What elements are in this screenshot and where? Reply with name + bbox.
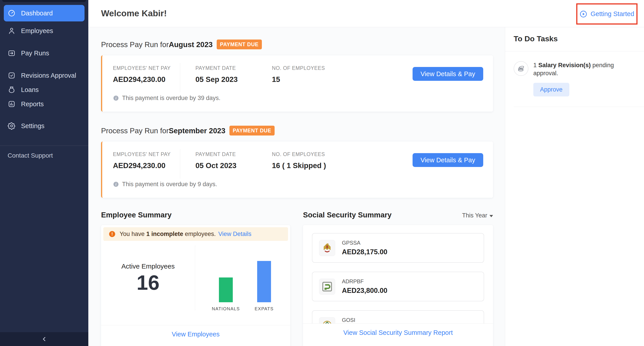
info-icon: i xyxy=(113,181,119,187)
caret-down-icon xyxy=(490,215,493,217)
getting-started-button[interactable]: Getting Started xyxy=(580,10,634,18)
sidebar-item-label: Loans xyxy=(21,86,39,94)
employee-count-value: 15 xyxy=(272,75,348,84)
play-circle-icon xyxy=(580,10,587,18)
employee-summary-panel: ! You have 1 incomplete employees. View … xyxy=(101,225,290,346)
employee-summary-section: Employee Summary ! You have 1 incomplete… xyxy=(101,211,290,346)
task-count: 1 xyxy=(533,62,538,69)
nationals-bar xyxy=(219,277,233,302)
overdue-note-text: This payment is overdue by 39 days. xyxy=(122,95,220,102)
employee-count-label: NO. OF EMPLOYEES xyxy=(272,151,348,157)
revisions-approval-icon xyxy=(8,71,16,79)
view-details-pay-button[interactable]: View Details & Pay xyxy=(412,67,483,81)
gpssa-uae-emblem-icon xyxy=(319,240,335,256)
payrun-september-title: Process Pay Run for September 2023 PAYME… xyxy=(101,126,493,136)
view-employees-link[interactable]: View Employees xyxy=(172,331,220,338)
warning-text: You have 1 incomplete employees. View De… xyxy=(120,231,251,237)
todo-divider-bottom xyxy=(514,107,644,107)
payrun-august-title: Process Pay Run for August 2023 PAYMENT … xyxy=(101,40,493,50)
incomplete-employees-warning: ! You have 1 incomplete employees. View … xyxy=(103,227,288,241)
sidebar-item-pay-runs[interactable]: Pay Runs xyxy=(0,46,88,60)
employees-icon xyxy=(8,27,16,35)
coins-icon xyxy=(514,61,528,76)
sidebar-collapse-button[interactable] xyxy=(0,332,88,346)
gpssa-card: GPSSA AED28,175.00 xyxy=(312,233,484,263)
page-title: Welcome Kabir! xyxy=(101,8,167,18)
sidebar-nav: Dashboard Employees Pay Runs Revisions A… xyxy=(0,0,88,159)
sidebar: Dashboard Employees Pay Runs Revisions A… xyxy=(0,0,88,346)
chevron-left-icon xyxy=(41,336,48,343)
sidebar-item-label: Revisions Approval xyxy=(21,72,76,79)
dashboard-icon xyxy=(8,9,16,17)
sidebar-item-label: Settings xyxy=(21,122,44,130)
payment-date-value: 05 Oct 2023 xyxy=(196,162,272,170)
reports-icon xyxy=(8,100,16,108)
net-pay-label: EMPLOYEES' NET PAY xyxy=(113,65,180,71)
overdue-note: i This payment is overdue by 9 days. xyxy=(113,181,483,188)
period-filter-dropdown[interactable]: This Year xyxy=(462,212,493,219)
main-content: Process Pay Run for August 2023 PAYMENT … xyxy=(88,27,505,346)
approve-button[interactable]: Approve xyxy=(533,83,569,96)
payment-date-value: 05 Sep 2023 xyxy=(196,75,272,84)
sidebar-item-loans[interactable]: Loans xyxy=(0,83,88,97)
payment-date-label: PAYMENT DATE xyxy=(196,65,272,71)
warning-bold: 1 incomplete xyxy=(146,231,183,237)
contact-support-link[interactable]: Contact Support xyxy=(0,146,88,159)
employee-count-value: 16 ( 1 Skipped ) xyxy=(272,162,348,170)
sidebar-item-employees[interactable]: Employees xyxy=(0,24,88,38)
payment-due-badge: PAYMENT DUE xyxy=(230,126,274,136)
getting-started-label: Getting Started xyxy=(590,10,634,18)
sidebar-item-reports[interactable]: Reports xyxy=(0,97,88,111)
payrun-card-september: EMPLOYEES' NET PAY AED294,230.00 PAYMENT… xyxy=(101,142,493,198)
sidebar-item-settings[interactable]: Settings xyxy=(0,119,88,133)
gosi-card: GOSI AED19,800.00 xyxy=(312,310,484,324)
active-employees-label: Active Employees xyxy=(122,263,175,270)
adrpbf-amount: AED23,800.00 xyxy=(342,287,387,295)
loans-icon xyxy=(8,86,16,94)
sidebar-item-label: Pay Runs xyxy=(21,50,49,57)
gosi-name: GOSI xyxy=(342,317,387,323)
nationals-label: NATIONALS xyxy=(212,306,240,311)
employee-summary-title: Employee Summary xyxy=(101,211,172,219)
org-selector-fragment xyxy=(2,0,86,2)
top-header: Welcome Kabir! Getting Started xyxy=(88,0,644,27)
gosi-logo-icon xyxy=(319,317,335,324)
period-filter-value: This Year xyxy=(462,212,487,219)
expats-bar xyxy=(257,261,271,302)
info-icon: i xyxy=(113,95,119,101)
adrpbf-card: ADRPBF AED23,800.00 xyxy=(312,272,484,301)
adrpbf-logo-icon xyxy=(319,279,335,295)
overdue-note-text: This payment is overdue by 9 days. xyxy=(122,181,217,188)
adrpbf-name: ADRPBF xyxy=(342,278,387,285)
view-social-security-report-link[interactable]: View Social Security Summary Report xyxy=(343,329,452,336)
net-pay-label: EMPLOYEES' NET PAY xyxy=(113,151,180,157)
sidebar-item-revisions-approval[interactable]: Revisions Approval xyxy=(0,68,88,83)
todo-tasks-title: To Do Tasks xyxy=(505,27,644,43)
svg-text:!: ! xyxy=(111,231,113,236)
red-annotation-box: Getting Started xyxy=(576,3,638,24)
todo-tasks-panel: To Do Tasks 1 Salary Revision(s) pending… xyxy=(505,27,644,346)
task-bold: Salary Revision(s) xyxy=(538,62,591,69)
warning-icon: ! xyxy=(109,231,116,237)
payrun-month: August 2023 xyxy=(169,40,213,49)
payrun-title-prefix: Process Pay Run for xyxy=(101,40,169,49)
warning-suffix: employees. xyxy=(183,231,217,237)
net-pay-value: AED294,230.00 xyxy=(113,162,180,170)
payment-date-label: PAYMENT DATE xyxy=(196,151,272,157)
payrun-month: September 2023 xyxy=(169,127,226,135)
sidebar-item-label: Employees xyxy=(21,27,53,35)
view-details-pay-button[interactable]: View Details & Pay xyxy=(412,153,483,167)
social-security-panel: GPSSA AED28,175.00 xyxy=(303,225,493,346)
payrun-title-prefix: Process Pay Run for xyxy=(101,127,169,135)
settings-icon xyxy=(8,122,16,130)
employee-count-label: NO. OF EMPLOYEES xyxy=(272,65,348,71)
social-security-list: GPSSA AED28,175.00 xyxy=(303,225,493,324)
employee-chart: Active Employees 16 NATIONALS EXPATS xyxy=(101,244,290,311)
task-text: 1 Salary Revision(s) pending approval. xyxy=(533,61,637,77)
view-details-link[interactable]: View Details xyxy=(218,231,251,237)
sidebar-item-label: Dashboard xyxy=(21,9,53,17)
overdue-note: i This payment is overdue by 39 days. xyxy=(113,95,483,102)
gpssa-name: GPSSA xyxy=(342,240,387,246)
sidebar-item-dashboard[interactable]: Dashboard xyxy=(4,5,84,21)
social-security-section: Social Security Summary This Year xyxy=(303,211,493,346)
